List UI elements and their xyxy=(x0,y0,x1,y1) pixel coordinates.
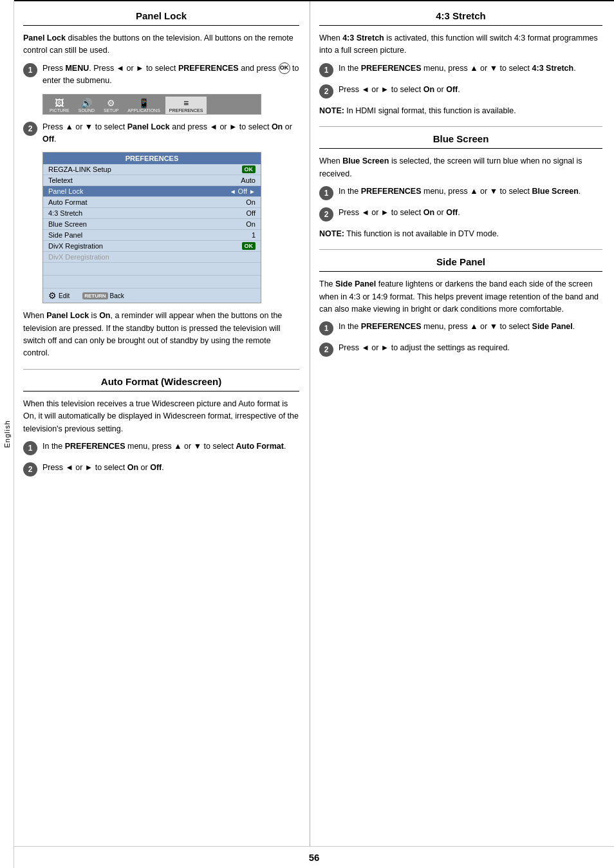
step1-number: 1 xyxy=(23,63,37,77)
panel-lock-step2: 2 Press ▲ or ▼ to select Panel Lock and … xyxy=(23,121,299,146)
sound-tab-icon: 🔊 xyxy=(81,99,92,108)
s43-pref-bold: PREFERENCES xyxy=(361,64,422,73)
af-pref-bold: PREFERENCES xyxy=(65,442,126,451)
43-stretch-value: Off xyxy=(247,209,256,217)
stretch43-note-text: NOTE: In HDMI signal format, this functi… xyxy=(319,105,602,117)
blue-screen-step2: 2 Press ◄ or ► to select On or Off. xyxy=(319,207,602,222)
menu-row-divx-reg: DivX Registration OK xyxy=(43,241,261,252)
side-panel-section: Side Panel The Side Panel feature lighte… xyxy=(319,256,602,357)
s43-step1-text: In the PREFERENCES menu, press ▲ or ▼ to… xyxy=(339,62,602,75)
blue-screen-section: Blue Screen When Blue Screen is selected… xyxy=(319,133,602,240)
menu-row-panel-lock: Panel Lock ◄ Off ► xyxy=(43,186,261,197)
divider-blue-screen xyxy=(319,126,602,127)
af-name-bold: Auto Format xyxy=(236,442,284,451)
picture-tab-icon: 🖼 xyxy=(55,99,64,108)
off-bold: Off xyxy=(42,135,54,144)
sp-step2-text: Press ◄ or ► to adjust the settings as r… xyxy=(339,342,602,354)
panel-lock-section: Panel Lock Panel Lock disables the butto… xyxy=(23,10,299,360)
panel-lock-step1: 1 Press MENU. Press ◄ or ► to select PRE… xyxy=(23,62,299,88)
divider-side-panel xyxy=(319,249,602,250)
preferences-menu: PREFERENCES REGZA-LINK Setup OK Teletext… xyxy=(42,152,261,303)
s43-name-bold: 4:3 Stretch xyxy=(532,64,574,73)
panel-lock-bold2: Panel Lock xyxy=(127,122,170,131)
side-panel-step2: 2 Press ◄ or ► to adjust the settings as… xyxy=(319,342,602,357)
on-reminder-bold: On xyxy=(99,311,110,320)
tab-picture: 🖼 PICTURE xyxy=(46,97,73,114)
divider-auto-format xyxy=(23,369,299,370)
stretch43-intro: When 4:3 Stretch is activated, this func… xyxy=(319,32,602,57)
s43-on-bold: On xyxy=(423,85,434,94)
bs-name-bold: Blue Screen xyxy=(532,187,579,196)
page-number: 56 xyxy=(309,852,320,863)
preferences-tab-icon: ≡ xyxy=(183,99,189,108)
step1-text: Press MENU. Press ◄ or ► to select PREFE… xyxy=(42,62,299,88)
menu-footer: ⚙ Edit RETURN Back xyxy=(43,288,261,303)
menu-empty-row1 xyxy=(43,263,261,276)
auto-format-step1: 1 In the PREFERENCES menu, press ▲ or ▼ … xyxy=(23,440,299,455)
menu-row-divx-dereg: DivX Deregistration xyxy=(43,252,261,263)
tab-setup: ⚙ SETUP xyxy=(100,97,122,114)
blue-screen-note-text: NOTE: This function is not available in … xyxy=(319,228,602,240)
right-column: 4:3 Stretch When 4:3 Stretch is activate… xyxy=(310,1,613,846)
teletext-label: Teletext xyxy=(48,176,73,184)
side-panel-step1: 1 In the PREFERENCES menu, press ▲ or ▼ … xyxy=(319,321,602,335)
panel-lock-menu-label: Panel Lock xyxy=(48,187,83,195)
bs-step1-text: In the PREFERENCES menu, press ▲ or ▼ to… xyxy=(339,185,602,198)
blue-screen-intro: When Blue Screen is selected, the screen… xyxy=(319,155,602,180)
regza-ok-badge: OK xyxy=(242,165,256,173)
language-text: English xyxy=(3,420,11,448)
auto-format-section: Auto Format (Widescreen) When this telev… xyxy=(23,376,299,476)
panel-lock-row-right: ◄ Off ► xyxy=(230,187,256,195)
on-bold: On xyxy=(272,122,283,131)
stretch43-title: 4:3 Stretch xyxy=(319,10,602,26)
menu-row-auto-format: Auto Format On xyxy=(43,197,261,208)
menu-row-side-panel: Side Panel 1 xyxy=(43,230,261,241)
panel-lock-reminder: When Panel Lock is On, a reminder will a… xyxy=(23,310,299,360)
af-step2-text: Press ◄ or ► to select On or Off. xyxy=(42,462,299,474)
side-panel-label: Side Panel xyxy=(48,231,82,239)
setup-tab-icon: ⚙ xyxy=(107,99,115,108)
panel-lock-bold-intro: Panel Lock xyxy=(23,33,66,42)
bs-off-bold: Off xyxy=(446,208,458,217)
menu-row-regza: REGZA-LINK Setup OK xyxy=(43,164,261,175)
stretch43-section: 4:3 Stretch When 4:3 Stretch is activate… xyxy=(319,10,602,117)
gear-edit-icon: ⚙ xyxy=(48,290,57,301)
step2-number: 2 xyxy=(23,122,37,136)
blue-screen-title: Blue Screen xyxy=(319,133,602,149)
menu-row-43-stretch: 4:3 Stretch Off xyxy=(43,208,261,219)
sp-pref-bold: PREFERENCES xyxy=(361,322,422,331)
stretch43-note-label: NOTE: xyxy=(319,106,344,115)
sound-tab-label: SOUND xyxy=(79,108,95,113)
side-panel-title: Side Panel xyxy=(319,256,602,272)
blue-screen-value: On xyxy=(246,220,256,228)
picture-tab-label: PICTURE xyxy=(50,108,70,113)
stretch43-bold-intro: 4:3 Stretch xyxy=(342,33,384,42)
sp-step1-num: 1 xyxy=(319,321,333,335)
menu-bold: MENU xyxy=(65,64,89,73)
menu-empty-row2 xyxy=(43,276,261,288)
divx-reg-ok-badge: OK xyxy=(242,242,256,250)
menu-header: PREFERENCES xyxy=(43,153,261,164)
stretch43-step1: 1 In the PREFERENCES menu, press ▲ or ▼ … xyxy=(319,62,602,77)
s43-step2-text: Press ◄ or ► to select On or Off. xyxy=(339,84,602,96)
teletext-value: Auto xyxy=(241,176,256,184)
panel-lock-value: Off xyxy=(238,187,247,195)
auto-format-value: On xyxy=(246,198,256,206)
footer-edit: ⚙ Edit xyxy=(48,290,70,301)
panel-lock-reminder-bold: Panel Lock xyxy=(46,311,89,320)
menu-row-teletext: Teletext Auto xyxy=(43,175,261,186)
bs-step2-num: 2 xyxy=(319,207,333,222)
menu-screenshot: 🖼 PICTURE 🔊 SOUND ⚙ SETUP 📱 xyxy=(42,94,261,115)
left-column: Panel Lock Panel Lock disables the butto… xyxy=(14,1,310,846)
arrow-left-icon: ◄ xyxy=(230,188,236,195)
sp-step1-text: In the PREFERENCES menu, press ▲ or ▼ to… xyxy=(339,321,602,333)
bs-step2-text: Press ◄ or ► to select On or Off. xyxy=(339,207,602,219)
preferences-tab-label: PREFERENCES xyxy=(169,108,203,113)
preferences-bold: PREFERENCES xyxy=(178,64,239,73)
applications-tab-icon: 📱 xyxy=(138,99,149,108)
sp-name-bold: Side Panel xyxy=(532,322,573,331)
ok-circle-icon: OK xyxy=(279,62,290,74)
auto-format-step2: 2 Press ◄ or ► to select On or Off. xyxy=(23,462,299,476)
tab-applications: 📱 APPLICATIONS xyxy=(124,97,163,114)
footer-back: RETURN Back xyxy=(82,290,124,301)
